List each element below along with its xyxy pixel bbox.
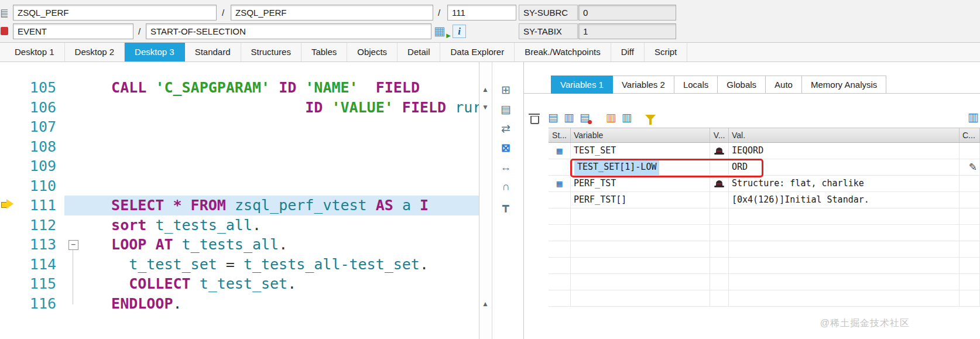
table-row-empty[interactable] bbox=[549, 290, 980, 307]
pane-divider bbox=[492, 62, 492, 339]
table-row[interactable]: PERF_TST[] [0x4(126)]Initial Standar. bbox=[549, 192, 980, 208]
variable-value-cell[interactable]: [0x4(126)]Initial Standar. bbox=[729, 192, 960, 208]
code-line-114[interactable]: 114 t_test_set = t_tests_all-test_set. bbox=[0, 255, 479, 275]
column-header-val[interactable]: Val. bbox=[729, 128, 960, 142]
scroll-down-icon[interactable]: ▼ bbox=[479, 103, 491, 111]
swap-columns-icon[interactable]: ▥ bbox=[622, 111, 632, 125]
line-number[interactable]: 109 bbox=[0, 156, 64, 176]
table-row-empty[interactable] bbox=[549, 208, 980, 225]
scroll-up-icon[interactable]: ▲ bbox=[479, 85, 491, 94]
tab-memory-analysis[interactable]: Memory Analysis bbox=[802, 76, 886, 94]
table-row-selected[interactable]: TEST_SET[1]-LOW ORD bbox=[549, 159, 980, 176]
variable-value-cell[interactable]: IEQORD bbox=[729, 143, 960, 159]
tab-script[interactable]: Script bbox=[645, 43, 687, 61]
tab-diff[interactable]: Diff bbox=[611, 43, 645, 61]
line-number[interactable]: 105 bbox=[0, 78, 64, 98]
table-view-icon[interactable]: ⊞ bbox=[501, 83, 510, 97]
edit-pencil-icon[interactable]: ✎ bbox=[969, 161, 977, 173]
code-editor[interactable]: 105 CALL 'C_SAPGPARAM' ID 'NAME' FIELD 1… bbox=[0, 62, 479, 339]
tab-desktop-3[interactable]: Desktop 3 bbox=[125, 43, 185, 61]
line-number[interactable]: 111 bbox=[0, 196, 64, 215]
tab-structures[interactable]: Structures bbox=[241, 43, 301, 61]
tab-standard[interactable]: Standard bbox=[185, 43, 241, 61]
tab-globals[interactable]: Globals bbox=[718, 76, 766, 94]
edit-table-icon[interactable]: ▤ bbox=[548, 111, 558, 125]
sy-subrc-value[interactable]: 0 bbox=[578, 5, 676, 20]
table-row-icon[interactable]: ▦ bbox=[557, 178, 563, 189]
line-number[interactable]: 106 bbox=[0, 98, 64, 118]
table-row-empty[interactable] bbox=[549, 258, 980, 274]
table-row-empty[interactable] bbox=[549, 241, 980, 258]
event-value-field[interactable]: START-OF-SELECTION bbox=[146, 23, 431, 39]
tab-detail[interactable]: Detail bbox=[398, 43, 440, 61]
column-header-c[interactable]: C... bbox=[960, 128, 980, 142]
info-button[interactable]: i bbox=[453, 25, 466, 38]
insert-row-icon[interactable]: ▥ bbox=[564, 111, 574, 125]
variable-name-cell[interactable]: PERF_TST[] bbox=[571, 192, 710, 208]
table-row-empty[interactable] bbox=[549, 225, 980, 241]
table-row[interactable]: ▦ PERF_TST Structure: flat, charlike bbox=[549, 176, 980, 192]
services-icon[interactable]: ▤ bbox=[501, 102, 511, 117]
close-split-icon[interactable]: ⊠ bbox=[501, 141, 510, 155]
line-number[interactable]: 108 bbox=[0, 137, 64, 157]
hierarchy-icon[interactable]: ┳ bbox=[502, 199, 509, 213]
variable-name-cell[interactable]: PERF_TST bbox=[571, 176, 710, 191]
column-header-v[interactable]: V... bbox=[710, 128, 729, 142]
swap-view-icon[interactable]: ⇄ bbox=[501, 122, 510, 136]
sy-tabix-value[interactable]: 1 bbox=[578, 23, 676, 39]
variable-value-cell[interactable]: ORD bbox=[729, 159, 960, 175]
tab-data-explorer[interactable]: Data Explorer bbox=[440, 43, 515, 61]
code-line-107[interactable]: 107 bbox=[0, 117, 479, 137]
tab-desktop-2[interactable]: Desktop 2 bbox=[65, 43, 125, 61]
code-line-106[interactable]: 106 ID 'VALUE' FIELD rur bbox=[0, 98, 479, 118]
line-number[interactable]: 112 bbox=[0, 215, 64, 235]
line-number[interactable]: 110 bbox=[0, 176, 64, 196]
tab-desktop-1[interactable]: Desktop 1 bbox=[5, 43, 65, 61]
tab-tables[interactable]: Tables bbox=[301, 43, 347, 61]
variable-name-cell[interactable]: TEST_SET bbox=[571, 143, 710, 159]
code-line-108[interactable]: 108 bbox=[0, 137, 479, 157]
code-line-116[interactable]: 116 ENDLOOP. bbox=[0, 294, 479, 314]
tab-break-watchpoints[interactable]: Break./Watchpoints bbox=[515, 43, 611, 61]
selected-variable-text[interactable]: TEST_SET[1]-LOW bbox=[574, 159, 659, 175]
scroll-up-icon[interactable]: ▲ bbox=[479, 300, 491, 308]
line-number[interactable]: 113 bbox=[0, 235, 64, 255]
watchpoint-icon[interactable]: ∩ bbox=[502, 180, 510, 194]
code-line-110[interactable]: 110 bbox=[0, 176, 479, 196]
code-line-112[interactable]: 112 sort t_tests_all. bbox=[0, 215, 479, 235]
line-number[interactable]: 114 bbox=[0, 255, 64, 275]
line-number-field[interactable]: 111 bbox=[447, 5, 516, 20]
include-field[interactable]: ZSQL_PERF bbox=[231, 5, 433, 20]
filter-icon[interactable] bbox=[645, 115, 656, 121]
code-line-105[interactable]: 105 CALL 'C_SAPGPARAM' ID 'NAME' FIELD bbox=[0, 78, 479, 98]
code-line-115[interactable]: 115 COLLECT t_test_set. bbox=[0, 274, 479, 294]
variables-panel: Variables 1 Variables 2 Locals Globals A… bbox=[523, 62, 980, 339]
tab-variables-2[interactable]: Variables 2 bbox=[613, 76, 674, 94]
table-row[interactable]: ▦ TEST_SET IEQORD bbox=[549, 143, 980, 159]
line-number[interactable]: 107 bbox=[0, 117, 64, 137]
variable-value-cell[interactable]: Structure: flat, charlike bbox=[729, 176, 960, 191]
tab-locals[interactable]: Locals bbox=[674, 76, 718, 94]
layout-icon[interactable]: ▥ bbox=[968, 110, 979, 124]
line-number[interactable]: 115 bbox=[0, 274, 64, 294]
table-row-empty[interactable] bbox=[549, 274, 980, 290]
tab-objects[interactable]: Objects bbox=[347, 43, 398, 61]
resize-horizontal-icon[interactable]: ↔ bbox=[501, 160, 512, 174]
event-field[interactable]: EVENT bbox=[13, 23, 133, 39]
delete-variable-icon[interactable] bbox=[530, 112, 539, 123]
column-header-status[interactable]: St... bbox=[549, 128, 571, 142]
goto-statement-button[interactable]: ▦ ▶ bbox=[434, 24, 450, 39]
editor-scrollbar[interactable]: ▲ ▼ ▲ bbox=[479, 62, 491, 339]
delete-row-icon[interactable]: ▤ bbox=[580, 111, 590, 125]
change-sequence-icon[interactable]: ▥ bbox=[606, 111, 616, 125]
program-field[interactable]: ZSQL_PERF bbox=[13, 5, 217, 20]
code-line-109[interactable]: 109 bbox=[0, 156, 479, 176]
column-header-variable[interactable]: Variable bbox=[571, 128, 710, 142]
line-number[interactable]: 116 bbox=[0, 294, 64, 314]
tab-auto[interactable]: Auto bbox=[766, 76, 802, 94]
code-line-111-current[interactable]: 111 SELECT * FROM zsql_perf_vtest AS a I bbox=[0, 196, 479, 215]
main-area: 105 CALL 'C_SAPGPARAM' ID 'NAME' FIELD 1… bbox=[0, 62, 980, 339]
tab-variables-1[interactable]: Variables 1 bbox=[551, 76, 613, 94]
code-line-113[interactable]: 113 LOOP AT t_tests_all. bbox=[0, 235, 479, 255]
table-row-icon[interactable]: ▦ bbox=[557, 145, 563, 156]
